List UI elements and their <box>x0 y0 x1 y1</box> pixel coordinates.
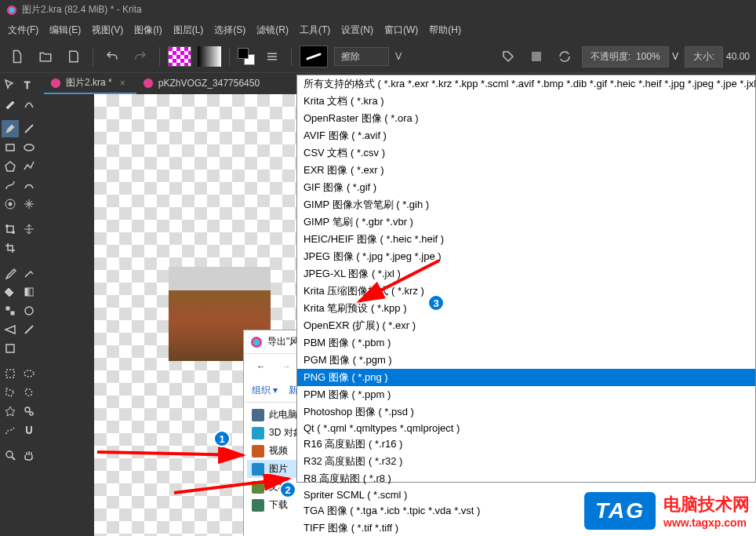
alpha-icon[interactable] <box>525 46 547 67</box>
format-option[interactable]: OpenEXR (扩展) ( *.exr ) <box>297 317 755 334</box>
format-option[interactable]: 所有支持的格式 ( *.kra *.exr *.krz *.kpp *.scml… <box>297 75 755 93</box>
svg-line-25 <box>12 457 15 460</box>
pan-tool-icon[interactable] <box>20 447 38 464</box>
format-option[interactable]: PBM 图像 ( *.pbm ) <box>297 334 755 352</box>
svg-point-13 <box>6 225 9 228</box>
color-swap[interactable] <box>238 48 255 65</box>
rect-tool-icon[interactable] <box>2 139 19 156</box>
undo-button[interactable] <box>101 46 123 67</box>
gradient-tool-icon[interactable] <box>20 283 38 301</box>
menu-filter[interactable]: 滤镜(R) <box>252 21 293 39</box>
format-option[interactable]: CSV 文档 ( *.csv ) <box>297 144 755 162</box>
format-option[interactable]: Qt ( *.qml *.qmltypes *.qmlproject ) <box>297 421 755 436</box>
menu-help[interactable]: 帮助(H) <box>424 21 466 39</box>
multibrush-icon[interactable] <box>20 195 38 213</box>
format-option[interactable]: Krita 笔刷预设 ( *.kpp ) <box>297 300 755 317</box>
menu-edit[interactable]: 编辑(E) <box>45 21 85 39</box>
format-option[interactable]: PNG 图像 ( *.png ) <box>297 369 755 386</box>
nav-back-button[interactable]: ← <box>250 357 272 376</box>
ellipse-tool-icon[interactable] <box>20 139 38 156</box>
pattern-swatch[interactable] <box>168 46 191 67</box>
menu-select[interactable]: 选择(S) <box>209 21 250 39</box>
brush-preview[interactable] <box>300 46 328 67</box>
format-option[interactable]: R32 高度贴图 ( *.r32 ) <box>297 453 755 470</box>
bezier-tool-icon[interactable] <box>2 177 19 194</box>
fill-tool-icon[interactable] <box>2 283 19 301</box>
format-option[interactable]: Krita 文档 ( *.kra ) <box>297 93 755 110</box>
new-file-button[interactable] <box>6 46 28 67</box>
reload-icon[interactable] <box>554 46 576 67</box>
freehand-tool-icon[interactable] <box>20 177 38 194</box>
text-tool-icon[interactable]: T <box>20 76 38 93</box>
tag-icon[interactable] <box>497 46 519 67</box>
format-option[interactable]: GIMP 图像水管笔刷 ( *.gih ) <box>297 196 755 213</box>
svg-rect-4 <box>267 59 277 60</box>
polyline-tool-icon[interactable] <box>20 158 38 175</box>
close-icon[interactable]: × <box>120 78 125 89</box>
open-file-button[interactable] <box>35 46 56 67</box>
polygon-tool-icon[interactable] <box>2 158 19 175</box>
dynamic-brush-icon[interactable] <box>2 195 19 213</box>
menu-file[interactable]: 文件(F) <box>3 21 43 39</box>
format-option[interactable]: JPEG 图像 ( *.jpg *.jpeg *.jpe ) <box>297 248 755 265</box>
tab-document-1[interactable]: 图片2.kra * × <box>44 73 136 94</box>
format-option[interactable]: GIMP 笔刷 ( *.gbr *.vbr ) <box>297 213 755 231</box>
size-value[interactable]: 40.00 <box>726 51 750 62</box>
menu-image[interactable]: 图像(I) <box>129 21 166 39</box>
contiguous-select-icon[interactable] <box>2 403 19 420</box>
menu-view[interactable]: 视图(V) <box>87 21 128 39</box>
calligraphy-icon[interactable] <box>20 95 38 112</box>
similar-select-icon[interactable] <box>20 403 38 420</box>
save-file-button[interactable] <box>63 46 85 67</box>
swatch-menu-icon[interactable] <box>261 46 283 67</box>
organize-button[interactable]: 组织 ▾ <box>252 384 278 397</box>
zoom-tool-icon[interactable] <box>2 447 19 464</box>
move-layer-icon[interactable] <box>20 221 38 238</box>
picker-icon[interactable] <box>20 264 38 282</box>
ref-tool-icon[interactable] <box>2 340 19 357</box>
format-option[interactable]: JPEG-XL 图像 ( *.jxl ) <box>297 265 755 283</box>
svg-rect-20 <box>6 370 14 377</box>
opacity-label-button[interactable]: 不透明度: 100% <box>582 46 669 67</box>
format-option[interactable]: EXR 图像 ( *.exr ) <box>297 162 755 179</box>
pattern-tool-icon[interactable] <box>2 302 19 319</box>
format-option[interactable]: PPM 图像 ( *.ppm ) <box>297 386 755 403</box>
line-tool-icon[interactable] <box>20 120 38 137</box>
menu-settings[interactable]: 设置(N) <box>336 21 378 39</box>
format-option[interactable]: PGM 图像 ( *.pgm ) <box>297 352 755 369</box>
shape-edit-icon[interactable] <box>2 95 19 112</box>
menu-layer[interactable]: 图层(L) <box>169 21 209 39</box>
format-option[interactable]: GIF 图像 ( *.gif ) <box>297 179 755 196</box>
blend-mode-input[interactable] <box>334 47 389 66</box>
format-option[interactable]: Photoshop 图像 ( *.psd ) <box>297 403 755 421</box>
tab-document-2[interactable]: pKZhVOGZ_347756450 <box>136 73 271 94</box>
rect-select-icon[interactable] <box>2 365 19 382</box>
measure-tool-icon[interactable] <box>20 321 38 338</box>
brush-tool-icon[interactable] <box>2 120 19 137</box>
redo-button[interactable] <box>129 46 151 67</box>
bezier-select-icon[interactable] <box>2 421 19 439</box>
dropdown-icon[interactable]: ᐯ <box>395 51 402 62</box>
move-tool-icon[interactable] <box>2 76 19 93</box>
menu-window[interactable]: 窗口(W) <box>380 21 423 39</box>
gradient-swatch[interactable] <box>198 46 221 67</box>
format-option[interactable]: R8 高度贴图 ( *.r8 ) <box>297 470 755 487</box>
transform-tool-icon[interactable] <box>2 221 19 238</box>
separator <box>291 47 292 66</box>
lasso-select-icon[interactable] <box>20 384 38 401</box>
magnetic-select-icon[interactable] <box>20 421 38 439</box>
dropdown-icon[interactable]: ᐯ <box>672 51 678 62</box>
nav-forward-button[interactable]: → <box>275 357 297 376</box>
eyedropper-icon[interactable] <box>2 264 19 282</box>
assist-tool-icon[interactable] <box>2 321 19 338</box>
smart-fill-icon[interactable] <box>20 302 38 319</box>
format-option[interactable]: R16 高度贴图 ( *.r16 ) <box>297 436 755 453</box>
crop-tool-icon[interactable] <box>2 239 19 257</box>
menu-tools[interactable]: 工具(T) <box>295 21 335 39</box>
poly-select-icon[interactable] <box>2 384 19 401</box>
format-option[interactable]: OpenRaster 图像 ( *.ora ) <box>297 110 755 127</box>
format-option[interactable]: Krita 压缩图像格式 ( *.krz ) <box>297 283 755 300</box>
ellipse-select-icon[interactable] <box>20 365 38 382</box>
format-option[interactable]: AVIF 图像 ( *.avif ) <box>297 127 755 144</box>
format-option[interactable]: HEIC/HEIF 图像 ( *.heic *.heif ) <box>297 231 755 248</box>
